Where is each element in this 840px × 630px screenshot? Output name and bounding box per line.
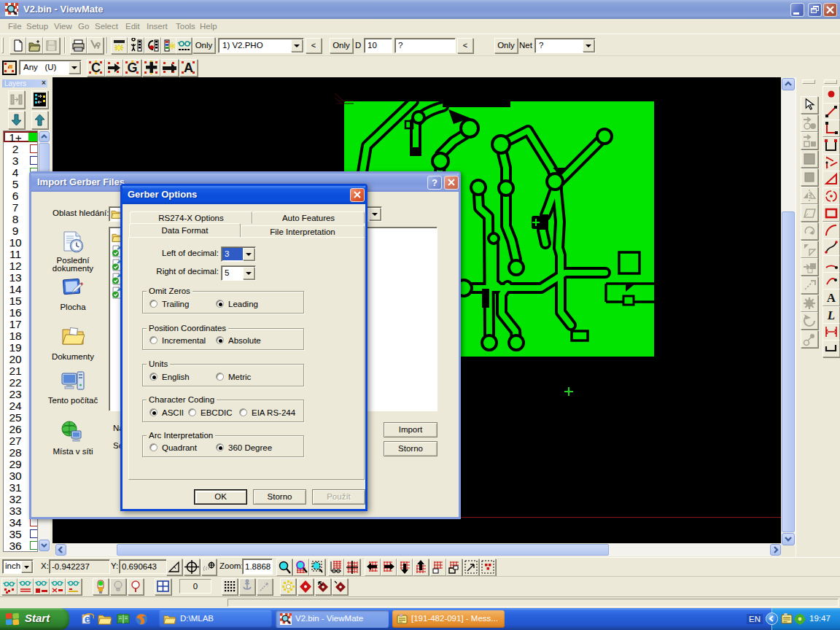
svg-text:A: A: [827, 291, 836, 305]
svg-text:?: ?: [96, 41, 101, 51]
svg-text:C: C: [91, 61, 101, 75]
svg-text:A: A: [184, 61, 193, 75]
svg-text:L: L: [827, 308, 835, 322]
svg-text:G: G: [127, 61, 137, 75]
